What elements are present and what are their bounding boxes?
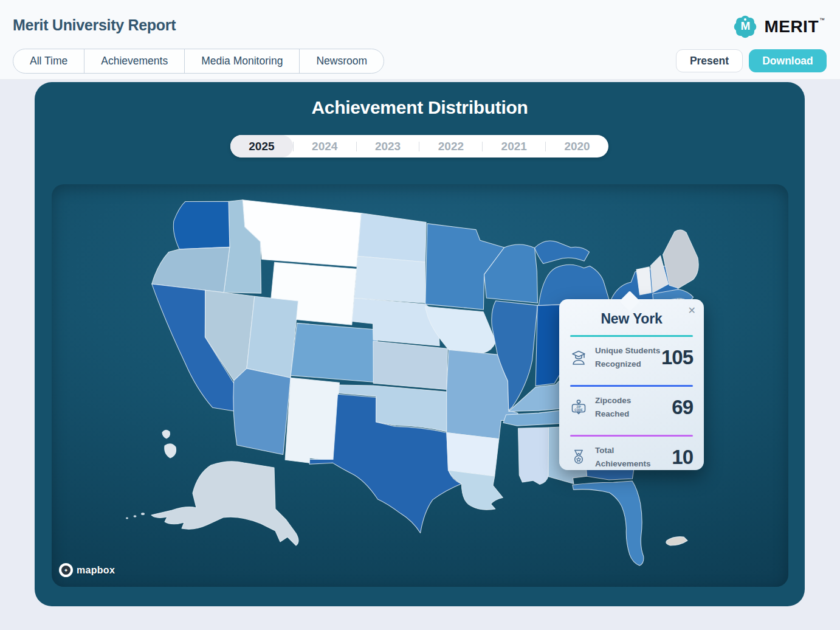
year-2020[interactable]: 2020 [546, 135, 608, 158]
mapbox-wordmark: mapbox [77, 565, 115, 576]
aleutian-island [134, 515, 137, 518]
mapbox-logo-icon: ✦ [59, 563, 73, 577]
state-HI-island[interactable] [165, 444, 176, 458]
state-SD[interactable] [354, 256, 428, 303]
state-AR[interactable] [444, 433, 499, 477]
metric-row-students: Unique Students Recognized 105 [559, 337, 704, 377]
state-MS[interactable] [515, 426, 551, 485]
present-button[interactable]: Present [676, 49, 743, 72]
territory-PR[interactable] [666, 537, 687, 545]
state-WA[interactable] [172, 199, 232, 252]
metric-value-achievements: 10 [672, 446, 693, 469]
state-ND[interactable] [357, 213, 427, 262]
state-AZ[interactable] [230, 368, 291, 455]
state-MI-upper[interactable] [534, 240, 590, 266]
state-LA[interactable] [446, 470, 504, 511]
tooltip-state-name: New York [559, 311, 704, 327]
trademark-symbol: ™ [819, 17, 825, 23]
aleutian-island [126, 518, 128, 519]
tab-media-monitoring[interactable]: Media Monitoring [185, 49, 300, 73]
svg-text:CODE: CODE [574, 408, 582, 411]
state-HI-island[interactable] [162, 430, 170, 438]
year-2023[interactable]: 2023 [357, 135, 419, 158]
state-KS[interactable] [371, 341, 449, 389]
aleutian-island [141, 513, 145, 515]
header: Merit University Report All Time Achieve… [0, 0, 840, 80]
report-section: Achievement Distribution 2025 2024 2023 … [35, 82, 805, 606]
state-tooltip-card: New York ✕ Unique Students Recognized 10… [559, 299, 704, 470]
state-AK[interactable] [151, 462, 298, 545]
badge-monogram: M [732, 19, 759, 33]
tab-newsroom[interactable]: Newsroom [300, 49, 384, 73]
page-title: Merit University Report [13, 16, 176, 34]
year-selector: 2025 2024 2023 2022 2021 2020 [230, 135, 608, 158]
download-button[interactable]: Download [749, 49, 827, 72]
state-FL[interactable] [568, 478, 647, 566]
tab-achievements[interactable]: Achievements [84, 49, 185, 73]
metric-label: Unique Students Recognized [595, 344, 661, 370]
metric-value-zipcodes: 69 [672, 396, 693, 419]
zipcode-icon: ZIP CODE [569, 398, 588, 417]
metric-label: Total Achievements [595, 444, 672, 470]
year-2025[interactable]: 2025 [230, 135, 293, 158]
medal-icon [569, 448, 588, 467]
choropleth-map-panel: ✦ mapbox New York ✕ Unique Students Reco… [52, 184, 788, 587]
state-NM[interactable] [285, 378, 340, 464]
merit-brand: M MERIT™ [732, 13, 825, 40]
graduate-icon [569, 348, 588, 367]
year-2021[interactable]: 2021 [483, 135, 545, 158]
tab-all-time[interactable]: All Time [13, 49, 84, 73]
merit-logo-icon: M [732, 13, 759, 40]
state-CO[interactable] [291, 323, 379, 382]
brand-wordmark: MERIT™ [764, 17, 825, 36]
metric-row-zipcodes: ZIP CODE Zipcodes Reached 69 [559, 387, 704, 427]
mapbox-attribution[interactable]: ✦ mapbox [59, 563, 115, 577]
year-2024[interactable]: 2024 [294, 135, 356, 158]
close-icon[interactable]: ✕ [688, 306, 696, 316]
metric-label: Zipcodes Reached [595, 394, 672, 420]
state-IA[interactable] [423, 306, 498, 353]
tab-bar: All Time Achievements Media Monitoring N… [13, 49, 384, 74]
metric-row-achievements: Total Achievements 10 [559, 437, 704, 477]
metric-value-students: 105 [661, 346, 693, 369]
state-UT[interactable] [246, 296, 298, 378]
section-title: Achievement Distribution [35, 97, 805, 118]
year-2022[interactable]: 2022 [419, 135, 482, 158]
